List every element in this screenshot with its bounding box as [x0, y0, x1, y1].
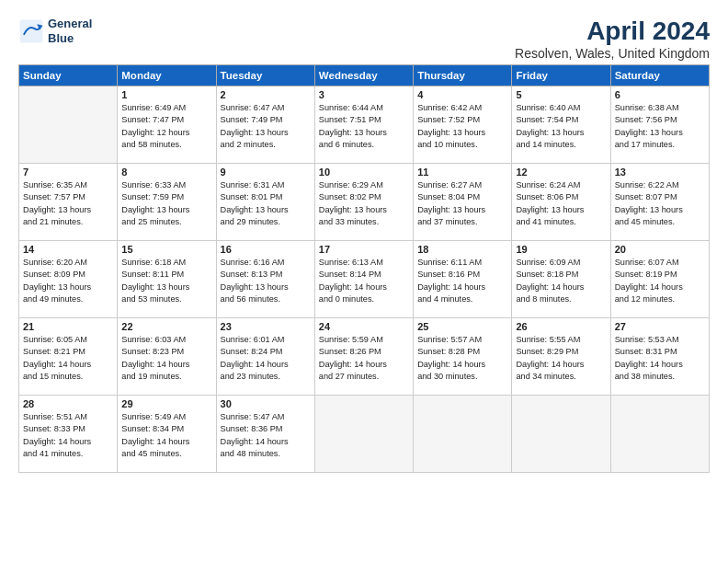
- title-block: April 2024 Resolven, Wales, United Kingd…: [515, 17, 710, 61]
- day-info: Sunrise: 6:49 AM Sunset: 7:47 PM Dayligh…: [121, 102, 211, 151]
- day-number: 27: [615, 321, 705, 332]
- day-info: Sunrise: 6:31 AM Sunset: 8:01 PM Dayligh…: [221, 179, 311, 228]
- day-number: 30: [221, 398, 311, 409]
- calendar-cell: 30Sunrise: 5:47 AM Sunset: 8:36 PM Dayli…: [216, 396, 314, 473]
- calendar-cell: 23Sunrise: 6:01 AM Sunset: 8:24 PM Dayli…: [216, 318, 314, 396]
- calendar-cell: 24Sunrise: 5:59 AM Sunset: 8:26 PM Dayli…: [314, 318, 413, 396]
- day-number: 9: [221, 167, 311, 178]
- day-header-monday: Monday: [118, 65, 216, 86]
- calendar-cell: [610, 396, 709, 473]
- day-info: Sunrise: 6:09 AM Sunset: 8:18 PM Dayligh…: [516, 257, 606, 305]
- day-info: Sunrise: 6:03 AM Sunset: 8:23 PM Dayligh…: [121, 334, 211, 383]
- day-number: 29: [121, 398, 211, 409]
- day-number: 26: [516, 321, 606, 332]
- day-number: 22: [121, 321, 211, 332]
- calendar-cell: 16Sunrise: 6:16 AM Sunset: 8:13 PM Dayli…: [216, 241, 314, 318]
- calendar-cell: 14Sunrise: 6:20 AM Sunset: 8:09 PM Dayli…: [19, 241, 118, 318]
- day-number: 14: [23, 244, 113, 255]
- day-number: 10: [319, 167, 409, 178]
- day-info: Sunrise: 6:47 AM Sunset: 7:49 PM Dayligh…: [221, 102, 311, 151]
- calendar-week-4: 21Sunrise: 6:05 AM Sunset: 8:21 PM Dayli…: [19, 318, 710, 396]
- day-number: 5: [516, 89, 606, 100]
- day-number: 2: [221, 89, 311, 100]
- calendar-cell: 11Sunrise: 6:27 AM Sunset: 8:04 PM Dayli…: [414, 164, 512, 241]
- calendar-cell: 9Sunrise: 6:31 AM Sunset: 8:01 PM Daylig…: [216, 164, 314, 241]
- main-title: April 2024: [515, 17, 710, 46]
- calendar-cell: 2Sunrise: 6:47 AM Sunset: 7:49 PM Daylig…: [216, 86, 314, 164]
- day-number: 6: [615, 89, 705, 100]
- day-header-tuesday: Tuesday: [216, 65, 314, 86]
- day-number: 19: [516, 244, 606, 255]
- day-info: Sunrise: 5:57 AM Sunset: 8:28 PM Dayligh…: [417, 334, 507, 383]
- day-number: 18: [417, 244, 507, 255]
- day-info: Sunrise: 6:29 AM Sunset: 8:02 PM Dayligh…: [319, 179, 409, 228]
- day-info: Sunrise: 6:27 AM Sunset: 8:04 PM Dayligh…: [417, 179, 507, 228]
- day-info: Sunrise: 5:49 AM Sunset: 8:34 PM Dayligh…: [121, 411, 211, 460]
- day-number: 23: [221, 321, 311, 332]
- calendar-header-row: SundayMondayTuesdayWednesdayThursdayFrid…: [19, 65, 710, 86]
- day-number: 7: [23, 167, 113, 178]
- calendar-week-3: 14Sunrise: 6:20 AM Sunset: 8:09 PM Dayli…: [19, 241, 710, 318]
- day-header-friday: Friday: [512, 65, 610, 86]
- calendar-cell: 22Sunrise: 6:03 AM Sunset: 8:23 PM Dayli…: [118, 318, 216, 396]
- calendar-cell: 13Sunrise: 6:22 AM Sunset: 8:07 PM Dayli…: [610, 164, 709, 241]
- day-info: Sunrise: 6:16 AM Sunset: 8:13 PM Dayligh…: [221, 257, 311, 305]
- day-number: 11: [417, 167, 507, 178]
- day-number: 1: [121, 89, 211, 100]
- calendar-cell: [19, 86, 118, 164]
- calendar-week-5: 28Sunrise: 5:51 AM Sunset: 8:33 PM Dayli…: [19, 396, 710, 473]
- day-info: Sunrise: 6:13 AM Sunset: 8:14 PM Dayligh…: [319, 257, 409, 305]
- day-number: 13: [615, 167, 705, 178]
- day-info: Sunrise: 5:59 AM Sunset: 8:26 PM Dayligh…: [319, 334, 409, 383]
- day-number: 20: [615, 244, 705, 255]
- day-info: Sunrise: 6:44 AM Sunset: 7:51 PM Dayligh…: [319, 102, 409, 151]
- logo-text: General Blue: [48, 17, 92, 45]
- calendar-cell: 4Sunrise: 6:42 AM Sunset: 7:52 PM Daylig…: [414, 86, 512, 164]
- day-number: 8: [121, 167, 211, 178]
- day-number: 4: [417, 89, 507, 100]
- calendar-cell: 17Sunrise: 6:13 AM Sunset: 8:14 PM Dayli…: [314, 241, 413, 318]
- calendar-week-1: 1Sunrise: 6:49 AM Sunset: 7:47 PM Daylig…: [19, 86, 710, 164]
- calendar-cell: 26Sunrise: 5:55 AM Sunset: 8:29 PM Dayli…: [512, 318, 610, 396]
- day-info: Sunrise: 5:47 AM Sunset: 8:36 PM Dayligh…: [221, 411, 311, 460]
- calendar-cell: 18Sunrise: 6:11 AM Sunset: 8:16 PM Dayli…: [414, 241, 512, 318]
- calendar-cell: 7Sunrise: 6:35 AM Sunset: 7:57 PM Daylig…: [19, 164, 118, 241]
- logo: General Blue: [18, 17, 92, 45]
- day-info: Sunrise: 5:55 AM Sunset: 8:29 PM Dayligh…: [516, 334, 606, 383]
- calendar-cell: 15Sunrise: 6:18 AM Sunset: 8:11 PM Dayli…: [118, 241, 216, 318]
- day-info: Sunrise: 6:40 AM Sunset: 7:54 PM Dayligh…: [516, 102, 606, 151]
- day-info: Sunrise: 6:07 AM Sunset: 8:19 PM Dayligh…: [615, 257, 705, 305]
- calendar-cell: 10Sunrise: 6:29 AM Sunset: 8:02 PM Dayli…: [314, 164, 413, 241]
- subtitle: Resolven, Wales, United Kingdom: [515, 46, 710, 61]
- calendar-cell: 19Sunrise: 6:09 AM Sunset: 8:18 PM Dayli…: [512, 241, 610, 318]
- day-info: Sunrise: 5:53 AM Sunset: 8:31 PM Dayligh…: [615, 334, 705, 383]
- day-number: 3: [319, 89, 409, 100]
- day-header-thursday: Thursday: [414, 65, 512, 86]
- day-info: Sunrise: 6:35 AM Sunset: 7:57 PM Dayligh…: [23, 179, 113, 228]
- day-number: 12: [516, 167, 606, 178]
- calendar-cell: [512, 396, 610, 473]
- day-number: 17: [319, 244, 409, 255]
- logo-icon: [18, 18, 44, 44]
- day-info: Sunrise: 6:33 AM Sunset: 7:59 PM Dayligh…: [121, 179, 211, 228]
- calendar-cell: 8Sunrise: 6:33 AM Sunset: 7:59 PM Daylig…: [118, 164, 216, 241]
- calendar-cell: [314, 396, 413, 473]
- day-number: 28: [23, 398, 113, 409]
- day-header-wednesday: Wednesday: [314, 65, 413, 86]
- day-number: 16: [221, 244, 311, 255]
- calendar-cell: 1Sunrise: 6:49 AM Sunset: 7:47 PM Daylig…: [118, 86, 216, 164]
- day-info: Sunrise: 6:18 AM Sunset: 8:11 PM Dayligh…: [121, 257, 211, 305]
- calendar-cell: 21Sunrise: 6:05 AM Sunset: 8:21 PM Dayli…: [19, 318, 118, 396]
- calendar-cell: 6Sunrise: 6:38 AM Sunset: 7:56 PM Daylig…: [610, 86, 709, 164]
- calendar-cell: 29Sunrise: 5:49 AM Sunset: 8:34 PM Dayli…: [118, 396, 216, 473]
- logo-line2: Blue: [48, 31, 92, 46]
- day-number: 15: [121, 244, 211, 255]
- calendar-cell: 5Sunrise: 6:40 AM Sunset: 7:54 PM Daylig…: [512, 86, 610, 164]
- calendar-cell: 27Sunrise: 5:53 AM Sunset: 8:31 PM Dayli…: [610, 318, 709, 396]
- day-info: Sunrise: 6:24 AM Sunset: 8:06 PM Dayligh…: [516, 179, 606, 228]
- day-number: 25: [417, 321, 507, 332]
- day-header-sunday: Sunday: [19, 65, 118, 86]
- day-info: Sunrise: 6:42 AM Sunset: 7:52 PM Dayligh…: [417, 102, 507, 151]
- calendar-cell: 20Sunrise: 6:07 AM Sunset: 8:19 PM Dayli…: [610, 241, 709, 318]
- calendar-cell: 3Sunrise: 6:44 AM Sunset: 7:51 PM Daylig…: [314, 86, 413, 164]
